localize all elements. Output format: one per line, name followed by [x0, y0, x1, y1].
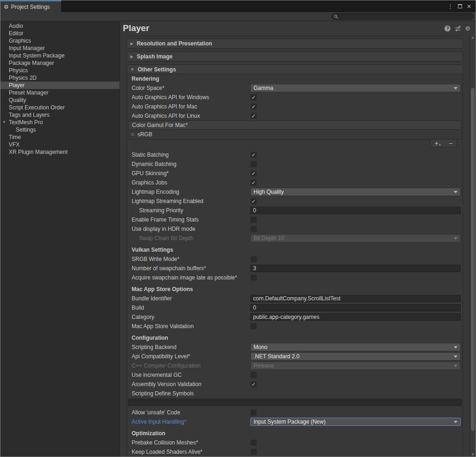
- build-field[interactable]: 0: [250, 304, 461, 311]
- list-header[interactable]: Color Gamut For Mac*: [128, 121, 462, 130]
- allow-unsafe-code-checkbox[interactable]: [250, 409, 257, 416]
- setting-control: 0: [250, 304, 461, 311]
- dropdown-value: High Quality: [254, 189, 454, 195]
- section-header-splash-image[interactable]: ▶Splash Image: [127, 51, 463, 62]
- settings-row: Prebake Collision Meshes*: [132, 438, 461, 447]
- scroll-down-arrow-icon[interactable]: ▼: [470, 453, 476, 456]
- lightmap-streaming-enabled-checkbox[interactable]: ✓: [250, 198, 257, 204]
- sidebar-item-textmesh-pro[interactable]: ▼TextMesh Pro: [0, 119, 120, 126]
- sidebar-item-label: Settings: [16, 127, 36, 133]
- srgb-write-mode-checkbox[interactable]: [250, 256, 257, 262]
- sidebar-list: AudioEditorGraphicsInput ManagerInput Sy…: [0, 22, 120, 156]
- auto-graphics-api-for-mac-checkbox[interactable]: ✓: [250, 103, 257, 110]
- setting-label: Prebake Collision Meshes*: [132, 439, 250, 446]
- settings-row: Rendering: [132, 74, 461, 83]
- sidebar-item-settings[interactable]: Settings: [0, 126, 120, 133]
- scroll-up-arrow-icon[interactable]: ▲: [470, 36, 476, 39]
- scripting-backend-dropdown[interactable]: Mono: [250, 343, 461, 351]
- mac-app-store-validation-checkbox[interactable]: [250, 323, 257, 330]
- settings-row: Mac App Store Validation: [132, 322, 461, 331]
- sidebar-item-physics[interactable]: Physics: [0, 67, 120, 74]
- sidebar-item-editor[interactable]: Editor: [0, 30, 120, 37]
- list-item[interactable]: =sRGB: [128, 130, 462, 140]
- active-input-handling-dropdown[interactable]: Input System Package (New): [250, 418, 461, 426]
- static-batching-checkbox[interactable]: ✓: [250, 152, 257, 158]
- sidebar-item-script-execution-order[interactable]: Script Execution Order: [0, 104, 120, 111]
- sidebar-item-preset-manager[interactable]: Preset Manager: [0, 89, 120, 96]
- keep-loaded-shaders-alive-checkbox[interactable]: [250, 449, 257, 455]
- setting-control: ✓: [250, 152, 461, 158]
- sidebar-item-graphics[interactable]: Graphics: [0, 37, 120, 44]
- group-header: Vulkan Settings: [132, 247, 173, 253]
- section-header-other-settings[interactable]: ▼ Other Settings: [127, 65, 463, 74]
- acquire-swapchain-image-late-as-possible-checkbox[interactable]: [250, 274, 257, 281]
- lightmap-encoding-dropdown[interactable]: High Quality: [250, 188, 461, 196]
- sidebar-item-time[interactable]: Time: [0, 133, 120, 141]
- search-input[interactable]: [338, 13, 471, 19]
- sidebar-item-quality[interactable]: Quality: [0, 96, 120, 104]
- setting-label: Category: [132, 314, 250, 320]
- settings-gear-icon[interactable]: ⚙: [465, 25, 470, 32]
- presets-icon[interactable]: [455, 25, 461, 32]
- bundle-identifier-field[interactable]: com.DefaultCompany.ScrollListTest: [250, 295, 461, 302]
- scripting-define-symbols-field[interactable]: [128, 399, 462, 406]
- foldout-closed-icon: ▶: [130, 41, 133, 46]
- remove-item-button[interactable]: −: [449, 140, 452, 146]
- dropdown-arrow-icon: [454, 421, 457, 423]
- sidebar-item-input-system-package[interactable]: Input System Package: [0, 52, 120, 59]
- setting-label: Number of swapchain buffers*: [132, 265, 250, 272]
- window-menu-button[interactable]: ⋮: [447, 3, 453, 10]
- use-incremental-gc-checkbox[interactable]: [250, 372, 257, 378]
- setting-label: Auto Graphics API for Mac: [132, 103, 250, 110]
- sidebar-item-player[interactable]: Player: [0, 82, 120, 89]
- settings-row: Active Input Handling*Input System Packa…: [132, 417, 461, 426]
- field-value: 0: [253, 207, 256, 214]
- vertical-scrollbar[interactable]: ▲ ▼: [470, 35, 476, 457]
- prebake-collision-meshes-checkbox[interactable]: [250, 439, 257, 446]
- settings-row: Optimization: [132, 429, 461, 438]
- sidebar-item-xr-plugin-management[interactable]: XR Plugin Management: [0, 148, 120, 156]
- setting-label: Use incremental GC: [132, 372, 250, 378]
- setting-label: Acquire swapchain image late as possible…: [132, 274, 250, 281]
- auto-graphics-api-for-linux-checkbox[interactable]: ✓: [250, 113, 257, 119]
- sidebar-item-input-manager[interactable]: Input Manager: [0, 44, 120, 52]
- setting-label: Auto Graphics API for Windows: [132, 94, 250, 101]
- setting-label: SRGB Write Mode*: [132, 256, 250, 262]
- color-space-dropdown[interactable]: Gamma: [250, 84, 461, 92]
- sidebar-item-package-manager[interactable]: Package Manager: [0, 59, 120, 67]
- scrollbar-thumb[interactable]: [471, 88, 475, 431]
- sidebar-item-label: Time: [9, 134, 21, 140]
- setting-control: public.app-category.games: [250, 313, 461, 321]
- sidebar-item-audio[interactable]: Audio: [0, 22, 120, 30]
- graphics-jobs-checkbox[interactable]: ✓: [250, 179, 257, 186]
- dynamic-batching-checkbox[interactable]: [250, 161, 257, 167]
- settings-row: GPU Skinning*✓: [132, 169, 461, 178]
- sidebar-item-physics-2d[interactable]: Physics 2D: [0, 74, 120, 82]
- swap-chain-bit-depth-dropdown[interactable]: Bit Depth 10: [250, 234, 461, 242]
- search-field[interactable]: [331, 13, 474, 20]
- api-compatibility-level-dropdown[interactable]: .NET Standard 2.0: [250, 352, 461, 361]
- settings-row: Use display in HDR mode: [132, 224, 461, 234]
- sidebar-item-vfx[interactable]: VFX: [0, 141, 120, 148]
- settings-row: Build0: [132, 303, 461, 312]
- streaming-priority-field[interactable]: 0: [250, 207, 461, 214]
- gpu-skinning-checkbox[interactable]: ✓: [250, 170, 257, 177]
- field-value: public.app-category.games: [253, 314, 319, 320]
- list-item-label: sRGB: [137, 131, 152, 138]
- setting-control: Input System Package (New): [250, 418, 461, 426]
- close-button[interactable]: ✕: [467, 3, 471, 10]
- add-item-button[interactable]: +: [435, 140, 441, 146]
- section-header-resolution-and-presentation[interactable]: ▶Resolution and Presentation: [127, 38, 463, 49]
- use-display-in-hdr-mode-checkbox[interactable]: [250, 226, 257, 232]
- number-of-swapchain-buffers-field[interactable]: 3: [250, 265, 461, 272]
- c-compiler-configuration-dropdown[interactable]: Release: [250, 362, 461, 370]
- auto-graphics-api-for-windows-checkbox[interactable]: ✓: [250, 94, 257, 101]
- category-field[interactable]: public.app-category.games: [250, 313, 461, 321]
- sidebar-item-tags-and-layers[interactable]: Tags and Layers: [0, 111, 120, 119]
- tab-project-settings[interactable]: ⚙ Project Settings: [0, 0, 61, 12]
- help-icon[interactable]: ?: [444, 25, 451, 32]
- enable-frame-timing-stats-checkbox[interactable]: [250, 216, 257, 223]
- setting-control: com.DefaultCompany.ScrollListTest: [250, 295, 461, 302]
- assembly-version-validation-checkbox[interactable]: ✓: [250, 381, 257, 387]
- maximize-button[interactable]: [458, 4, 462, 8]
